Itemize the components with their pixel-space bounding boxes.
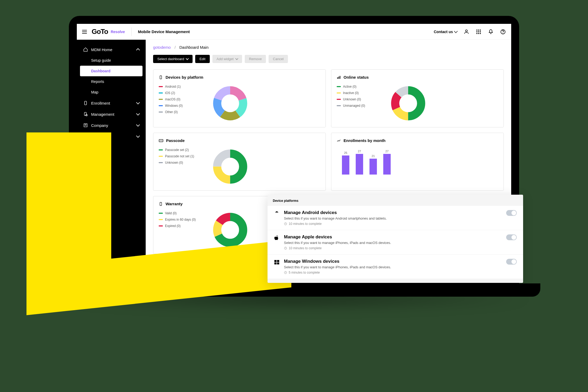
svg-rect-1 (476, 29, 478, 30)
chevron-down-icon (186, 57, 189, 60)
widget-title: Online status (344, 75, 369, 79)
chevron-down-icon (136, 101, 140, 104)
nav-enrollment[interactable]: Enrollment (77, 97, 146, 109)
chevron-down-icon (136, 123, 140, 127)
legend-item: Valid (0) (159, 211, 201, 215)
legend-item: Inactive (0) (337, 91, 379, 95)
chevron-up-icon (136, 48, 140, 52)
nav-mdm-home[interactable]: MDM Home (77, 44, 146, 55)
account-icon[interactable] (464, 29, 469, 35)
clock-icon (284, 247, 287, 250)
nav-dashboard[interactable]: Dashboard (80, 66, 142, 76)
legend-item: Unknown (0) (159, 161, 201, 164)
svg-point-44 (277, 212, 278, 212)
toggle-switch[interactable] (506, 210, 517, 216)
toggle-switch[interactable] (506, 234, 517, 240)
toggle-switch[interactable] (506, 259, 517, 265)
platform-desc: Select this if you want to manage iPhone… (284, 265, 502, 269)
nav-management[interactable]: Management (77, 109, 146, 120)
chevron-down-icon (235, 57, 238, 60)
platform-time: 10 minutes to complete (284, 222, 502, 226)
legend-item: Passcode not set (1) (159, 154, 201, 158)
menu-icon[interactable] (82, 29, 88, 35)
legend-item: Unknown (0) (337, 97, 379, 101)
legend-online: Active (0)Inactive (0)Unknown (0)Unmanag… (337, 85, 379, 122)
svg-point-34 (161, 140, 161, 141)
bar-col: 21 (369, 154, 377, 175)
platform-desc: Select this if you want to manage iPhone… (284, 241, 502, 245)
svg-rect-49 (274, 262, 277, 264)
help-icon[interactable] (500, 29, 506, 35)
nav-setup-guide[interactable]: Setup guide (77, 55, 146, 66)
svg-rect-8 (478, 33, 479, 34)
nav-map[interactable]: Map (77, 87, 146, 97)
legend-devices: Android (1)iOS (2)macOS (0)Windows (0)Ot… (159, 85, 201, 122)
legend-item: Android (1) (159, 85, 201, 88)
product-label: Resolve (111, 30, 125, 34)
panel-title: Device platforms (268, 199, 523, 206)
platform-row: Manage Windows devices Select this if yo… (268, 255, 523, 279)
platform-title: Manage Android devices (284, 210, 502, 215)
bell-icon[interactable] (488, 29, 494, 35)
status-icon (337, 75, 341, 79)
svg-rect-12 (84, 101, 87, 105)
donut-chart (212, 85, 249, 122)
platform-time: 10 minutes to complete (284, 246, 502, 250)
legend-item: Unmanaged (0) (337, 104, 379, 108)
platform-row: Manage Android devices Select this if yo… (268, 206, 523, 230)
clock-icon (284, 222, 287, 225)
page-title: Mobile Device Management (138, 29, 434, 34)
svg-rect-25 (337, 77, 338, 79)
nav-reports[interactable]: Reports (77, 76, 146, 87)
legend-item: iOS (2) (159, 91, 201, 95)
donut-chart (212, 211, 249, 248)
legend-item: Passcode set (2) (159, 148, 201, 152)
bar-chart: 25272127 (337, 148, 498, 175)
management-icon (83, 112, 88, 117)
top-bar: GoTo Resolve Mobile Device Management Co… (77, 24, 511, 40)
edit-button[interactable]: Edit (195, 55, 210, 63)
apps-icon[interactable] (476, 29, 482, 35)
svg-point-11 (503, 33, 503, 33)
legend-item: macOS (0) (159, 97, 201, 101)
svg-point-43 (276, 212, 276, 212)
platform-title: Manage Windows devices (284, 259, 502, 264)
breadcrumb-org-link[interactable]: gotodemo (153, 45, 171, 50)
platform-desc: Select this if you want to manage Androi… (284, 216, 502, 220)
svg-rect-19 (160, 76, 162, 79)
svg-rect-7 (476, 33, 478, 34)
platform-row: Manage Apple devices Select this if you … (268, 230, 523, 255)
svg-rect-50 (277, 262, 279, 264)
windows-icon (274, 259, 280, 265)
add-widget-button: Add widget (212, 55, 242, 63)
chevron-down-icon (136, 134, 140, 138)
platform-rows: Manage Android devices Select this if yo… (268, 206, 523, 279)
legend-item: Windows (0) (159, 104, 201, 108)
svg-rect-9 (480, 33, 481, 34)
nav-company[interactable]: Company (77, 120, 146, 131)
divider (131, 28, 132, 36)
select-dashboard-button[interactable]: Select dashboard (153, 55, 193, 63)
cancel-button: Cancel (269, 55, 288, 63)
svg-rect-27 (340, 76, 340, 79)
contact-us-dropdown[interactable]: Contact us (434, 30, 457, 34)
bar-col: 25 (342, 151, 349, 175)
svg-point-0 (465, 30, 467, 32)
svg-rect-13 (84, 112, 87, 115)
svg-rect-3 (480, 29, 481, 30)
platform-title: Manage Apple devices (284, 234, 502, 240)
passcode-icon (159, 139, 163, 142)
svg-point-35 (162, 140, 162, 141)
legend-item: Expired (0) (159, 224, 201, 228)
company-icon (83, 123, 88, 128)
apple-icon (274, 235, 280, 241)
widget-title: Devices by platform (166, 75, 203, 79)
chevron-down-icon (136, 112, 140, 115)
legend-item: Active (0) (337, 85, 379, 88)
widget-title: Warranty (166, 202, 182, 206)
widget-devices-by-platform: Devices by platform Android (1)iOS (2)ma… (153, 69, 326, 127)
widget-online-status: Online status Active (0)Inactive (0)Unkn… (331, 69, 504, 127)
chevron-down-icon (454, 29, 458, 33)
bar-col: 27 (356, 150, 363, 175)
svg-rect-5 (478, 31, 479, 32)
